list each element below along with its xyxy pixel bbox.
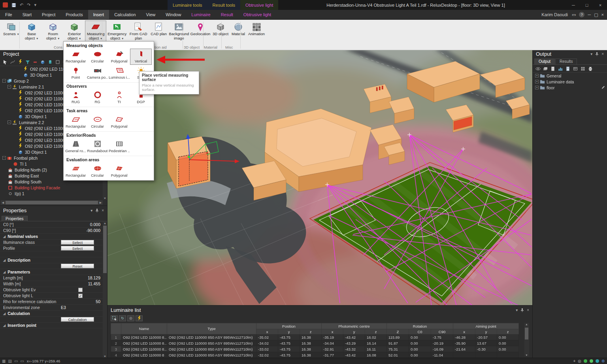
menu-item-rug[interactable]: RUG <box>65 89 87 106</box>
luminaire-row-1[interactable]: 1O92 (O92 LED 110000 8...O92 (O92 LED 11… <box>111 334 519 340</box>
tree-item-i-p-1[interactable]: I(p) 1 <box>0 190 107 196</box>
select-button[interactable]: Select <box>61 240 94 245</box>
expander-icon[interactable]: + <box>535 80 539 83</box>
printer-icon[interactable] <box>588 66 593 72</box>
luminaire-row-3[interactable]: 3O92 (O92 LED 110000 8...O92 (O92 LED 11… <box>111 346 519 352</box>
teal-dot-icon[interactable] <box>596 359 599 363</box>
close-icon[interactable]: × <box>527 308 529 312</box>
tab-output[interactable]: Output <box>534 58 555 64</box>
subcolumn-10-y[interactable]: y <box>475 329 497 334</box>
prop-value-c0[interactable]: 0.000 <box>61 222 103 227</box>
menu-item-circular[interactable]: Circular <box>87 114 108 130</box>
menu-item-rg[interactable]: RG <box>87 89 108 106</box>
menu-result[interactable]: Result <box>216 10 238 19</box>
menu-luminaire[interactable]: Luminaire <box>186 10 215 19</box>
menu-item-circular[interactable]: Circular <box>87 49 108 65</box>
pin-icon[interactable] <box>595 52 599 56</box>
menu-window[interactable]: Window <box>160 10 186 19</box>
visibility-eye-icon[interactable] <box>535 66 541 72</box>
select-pointer-icon[interactable] <box>2 59 8 65</box>
menu-start[interactable]: Start <box>17 10 37 19</box>
green-dot-2-icon[interactable] <box>590 359 593 363</box>
undo-icon[interactable]: ↶ <box>20 2 23 8</box>
target-icon[interactable]: ◎ <box>578 359 581 363</box>
screen-icon[interactable]: ▭ <box>14 359 18 363</box>
expander-icon[interactable]: − <box>8 121 11 124</box>
green-dot-icon[interactable] <box>584 359 587 363</box>
add-icon[interactable]: + <box>573 359 575 363</box>
layers-icon[interactable] <box>543 66 548 72</box>
ribbon-room-object[interactable]: Room object ▼ <box>42 21 64 41</box>
menu-item-polygonal[interactable]: Polygonal <box>108 49 130 65</box>
close-icon[interactable]: × <box>102 208 104 213</box>
ribbon-3d-object[interactable]: 3D object <box>211 21 230 37</box>
pin-icon[interactable] <box>520 308 524 312</box>
tree-item-building-lighting-facade[interactable]: Building Lighting Facade <box>0 185 107 190</box>
menu-project[interactable]: Project <box>37 10 60 19</box>
menu-item-pedestrian[interactable]: Pedestrian ... <box>108 138 130 155</box>
subcolumn-0-x[interactable]: x <box>256 329 278 334</box>
menu-item-luminous-i[interactable]: Luminous i... <box>108 65 130 81</box>
menu-item-ti[interactable]: TI <box>108 89 130 106</box>
ribbon-emergency-object[interactable]: Emergency object ▼ <box>106 21 128 41</box>
close-icon[interactable]: × <box>601 52 604 56</box>
menu-item-general-ro[interactable]: General ro... <box>65 138 87 155</box>
menu-item-vertical[interactable]: Vertical <box>130 49 152 65</box>
menu-item-circular[interactable]: Circular <box>87 163 108 179</box>
menu-item-rectangular[interactable]: Rectangular <box>65 49 87 65</box>
menu-view[interactable]: View <box>141 10 161 19</box>
subcolumn-1-y[interactable]: y <box>278 329 300 334</box>
prop-value-c90[interactable]: -90.000 <box>61 228 103 233</box>
edit-pencil-icon[interactable] <box>601 85 605 90</box>
expander-icon[interactable]: − <box>8 85 11 89</box>
reset-button[interactable]: Reset <box>61 264 94 268</box>
rotate-button[interactable]: ↻ <box>119 315 126 321</box>
properties-scrollbar[interactable]: ▲ ▼ <box>103 222 107 358</box>
output-item-floor[interactable]: +floor <box>533 85 607 91</box>
menu-file[interactable]: File <box>0 10 17 19</box>
prop-value-width-m[interactable]: 11.455 <box>61 281 103 286</box>
save-icon[interactable] <box>11 3 16 8</box>
screen-2-icon[interactable]: ▭ <box>20 359 24 363</box>
subcolumn-5-z[interactable]: z <box>365 329 387 334</box>
column-header-type[interactable]: Type <box>167 323 256 334</box>
luminaire-row-4[interactable]: 4O92 (O92 LED 110000 8O92 (O92 LED 11000… <box>111 352 519 358</box>
ribbon-exterior-object[interactable]: Exterior object ▼ <box>64 21 85 41</box>
subcolumn-4-y[interactable]: y <box>343 329 365 334</box>
menu-item-camera-po[interactable]: Camera po... <box>87 65 108 81</box>
luminaire-row-2[interactable]: 2O92 (O92 LED 110000 8...O92 (O92 LED 11… <box>111 340 519 346</box>
calculation-button[interactable]: Calculation <box>61 317 94 322</box>
maximize-button[interactable]: □ <box>580 0 594 10</box>
chevron-down-icon[interactable]: ▾ <box>516 308 518 312</box>
close-button[interactable]: × <box>594 0 607 10</box>
subcolumn-11-z[interactable]: z <box>497 329 519 334</box>
filter-funnel-icon[interactable] <box>25 59 30 65</box>
menu-obtrusive-light[interactable]: Obtrusive light <box>238 10 276 19</box>
subcolumn-9-x[interactable]: x <box>453 329 475 334</box>
checkbox-obtrusive-light-ev[interactable] <box>78 288 83 292</box>
subcolumn-8-c90[interactable]: C90 <box>431 329 453 334</box>
tool-tab-luminaire-tools[interactable]: Luminaire tools <box>168 0 207 10</box>
ribbon-measuring-object[interactable]: Measuring object ▼ <box>85 21 106 41</box>
selected-measuring-surface[interactable] <box>179 151 208 186</box>
tab-properties[interactable]: Properties <box>2 216 28 221</box>
monitor-icon[interactable]: ▭ <box>572 12 576 17</box>
project-horizontal-scrollbar[interactable]: ◀▶ <box>1 200 103 205</box>
cube-blue-icon[interactable] <box>40 59 45 65</box>
expander-icon[interactable]: + <box>535 74 539 77</box>
menu-item-polygonal[interactable]: Polygonal <box>108 114 130 130</box>
remove-red-icon[interactable] <box>32 59 38 65</box>
pin-icon[interactable] <box>95 208 99 213</box>
ribbon-base-object[interactable]: Base object ▼ <box>21 21 42 41</box>
ribbon-animation[interactable]: Animation <box>247 21 266 37</box>
output-item-luminaire-data[interactable]: +Luminaire data <box>533 79 607 85</box>
column-header-photometric-centre[interactable]: Photometric centre <box>322 323 387 329</box>
menu-item-rectangular[interactable]: Rectangular <box>65 114 87 130</box>
menu-calculation[interactable]: Calculation <box>109 10 141 19</box>
subcolumn-7-c0[interactable]: C0 <box>409 329 431 334</box>
ribbon-from-cad-plan[interactable]: From CAD plan <box>128 21 149 41</box>
restore-icon[interactable]: ▢ <box>594 12 598 17</box>
subcolumn-2-z[interactable]: z <box>300 329 322 334</box>
chevron-down-icon[interactable]: ▾ <box>590 52 592 56</box>
user-name[interactable]: Karim Daoudi <box>541 12 568 17</box>
